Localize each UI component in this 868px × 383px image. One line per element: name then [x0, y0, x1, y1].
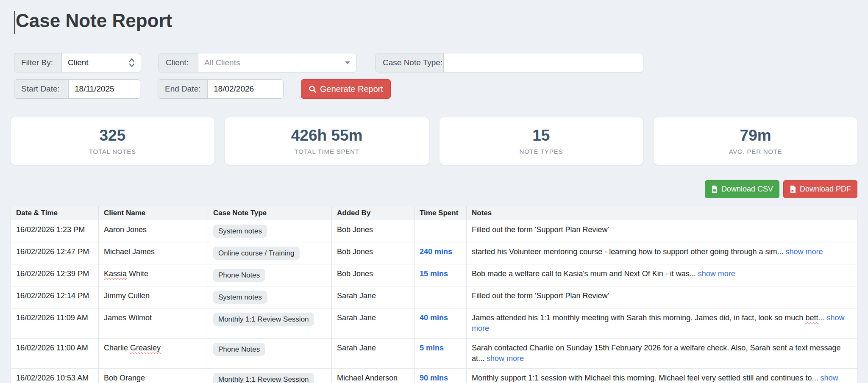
search-icon — [309, 85, 317, 93]
cell-client-name: Jimmy Cullen — [99, 286, 208, 308]
cell-date-time: 16/02/2026 12:39 PM — [11, 264, 99, 286]
cell-time-spent: 5 mins — [415, 339, 467, 369]
cell-case-note-type: Monthly 1:1 Review Session — [208, 369, 332, 383]
cell-added-by: Sarah Jane — [332, 308, 415, 339]
table-row: 16/02/2026 11:09 AMJames WilmotMonthly 1… — [11, 308, 857, 339]
cell-case-note-type: Online course / Training — [208, 242, 332, 264]
client-filter-group: Client: All Clients — [159, 53, 356, 72]
table-row: 16/02/2026 11:00 AMCharlie GreasleyPhone… — [11, 339, 857, 369]
cell-added-by: Bob Jones — [332, 242, 415, 264]
cell-notes: Monthly support 1:1 session with Michael… — [467, 369, 857, 383]
cell-client-name: Charlie Greasley — [99, 339, 208, 369]
cell-added-by: Sarah Jane — [332, 286, 415, 308]
filter-by-select[interactable]: Client — [62, 53, 141, 72]
show-more-link[interactable]: show more — [472, 374, 838, 383]
cell-client-name: Kassia White — [99, 264, 208, 286]
column-header-date-time: Date & Time — [11, 206, 99, 220]
table-body: 16/02/2026 1:23 PMAaron JonesSystem note… — [11, 220, 857, 383]
cell-date-time: 16/02/2026 11:09 AM — [11, 308, 99, 339]
cell-date-time: 16/02/2026 12:14 PM — [11, 286, 99, 308]
cell-date-time: 16/02/2026 1:23 PM — [11, 220, 99, 242]
misspelled-word: bett — [805, 314, 818, 322]
filter-by-value: Client — [68, 58, 129, 67]
stats-row: 325 TOTAL NOTES 426h 55m TOTAL TIME SPEN… — [11, 117, 857, 165]
title-row: Case Note Report — [11, 0, 857, 33]
filter-by-group: Filter By: Client — [14, 53, 141, 72]
table-row: 16/02/2026 12:14 PMJimmy CullenSystem no… — [11, 286, 857, 308]
cell-client-name: James Wilmot — [99, 308, 208, 339]
end-date-field — [208, 80, 283, 98]
case-note-type-badge: Online course / Training — [213, 247, 300, 260]
download-csv-button[interactable]: Download CSV — [705, 180, 779, 198]
show-more-link[interactable]: show more — [487, 354, 524, 363]
client-select[interactable]: All Clients — [198, 53, 356, 72]
column-header-notes: Notes — [467, 206, 857, 220]
case-note-type-group: Case Note Type: — [376, 53, 643, 72]
misspelled-word: Kassia — [104, 269, 127, 278]
cell-case-note-type: Phone Notes — [208, 339, 332, 369]
column-header-time-spent: Time Spent — [415, 206, 467, 220]
filter-by-label: Filter By: — [14, 53, 62, 72]
end-date-group: End Date: — [158, 79, 284, 99]
stat-card-avg-per-note: 79m AVG. PER NOTE — [654, 117, 857, 165]
download-csv-label: Download CSV — [721, 185, 773, 194]
case-notes-table: Date & Time Client Name Case Note Type A… — [11, 206, 857, 383]
time-spent-value: 15 mins — [420, 269, 448, 278]
cell-time-spent — [415, 220, 467, 242]
generate-report-button[interactable]: Generate Report — [301, 79, 391, 99]
end-date-input[interactable] — [214, 84, 277, 94]
show-more-link[interactable]: show more — [472, 314, 844, 333]
show-more-link[interactable]: show more — [698, 269, 735, 278]
download-pdf-button[interactable]: Download PDF — [783, 180, 857, 198]
generate-report-label: Generate Report — [320, 84, 383, 94]
start-date-input[interactable] — [75, 84, 134, 94]
case-note-type-badge: Phone Notes — [213, 269, 265, 282]
filters-row-2: Start Date: End Date: Generate Report — [11, 79, 857, 99]
cell-date-time: 16/02/2026 10:53 AM — [11, 369, 99, 383]
cell-client-name: Bob Orange — [99, 369, 208, 383]
stat-value: 79m — [740, 127, 771, 144]
stat-value: 15 — [532, 127, 550, 144]
cell-time-spent — [415, 286, 467, 308]
start-date-field — [69, 80, 140, 98]
table-row: 16/02/2026 10:53 AMBob OrangeMonthly 1:1… — [11, 369, 857, 383]
stat-card-total-time-spent: 426h 55m TOTAL TIME SPENT — [225, 117, 429, 165]
cell-time-spent: 240 mins — [415, 242, 467, 264]
time-spent-value: 40 mins — [420, 314, 448, 322]
chevron-updown-icon — [129, 58, 135, 67]
cell-case-note-type: System notes — [208, 220, 332, 242]
cell-added-by: Sarah Jane — [332, 339, 415, 369]
cell-notes: Filled out the form 'Support Plan Review… — [467, 286, 857, 308]
cell-notes: James attended his 1:1 monthly meeting w… — [467, 308, 857, 339]
case-note-type-badge: System notes — [213, 291, 267, 304]
cell-notes: Bob made a welfare call to Kasia's mum a… — [467, 264, 857, 286]
column-header-case-note-type: Case Note Type — [208, 206, 332, 220]
column-header-added-by: Added By — [332, 206, 415, 220]
cell-case-note-type: System notes — [208, 286, 332, 308]
download-buttons-row: Download CSV Download PDF — [11, 180, 857, 198]
case-note-report-page: Case Note Report Filter By: Client Clien… — [0, 0, 868, 383]
case-note-type-badge: Monthly 1:1 Review Session — [213, 373, 314, 383]
client-select-value: All Clients — [204, 58, 345, 67]
title-underline — [11, 40, 857, 40]
case-note-type-input[interactable] — [450, 58, 637, 67]
stat-card-note-types: 15 NOTE TYPES — [440, 117, 643, 165]
stat-label: AVG. PER NOTE — [729, 148, 782, 155]
stat-value: 325 — [100, 127, 126, 144]
filters-row-1: Filter By: Client Client: All Clients Ca… — [11, 53, 857, 72]
show-more-link[interactable]: show more — [785, 247, 823, 256]
stat-value: 426h 55m — [291, 127, 363, 144]
cell-time-spent: 90 mins — [415, 369, 467, 383]
stat-card-total-notes: 325 TOTAL NOTES — [11, 117, 214, 165]
cell-client-name: Michael James — [99, 242, 208, 264]
time-spent-value: 5 mins — [420, 344, 444, 352]
cell-notes: Filled out the form 'Support Plan Review… — [467, 220, 857, 242]
misspelled-word: Greasley — [130, 344, 161, 352]
time-spent-value: 90 mins — [420, 374, 448, 382]
text-caret — [14, 11, 15, 34]
cell-time-spent: 40 mins — [415, 308, 467, 339]
stat-label: TOTAL TIME SPENT — [295, 148, 359, 155]
case-note-type-badge: Phone Notes — [213, 343, 265, 356]
time-spent-value: 240 mins — [420, 247, 452, 256]
page-title[interactable]: Case Note Report — [16, 8, 172, 33]
